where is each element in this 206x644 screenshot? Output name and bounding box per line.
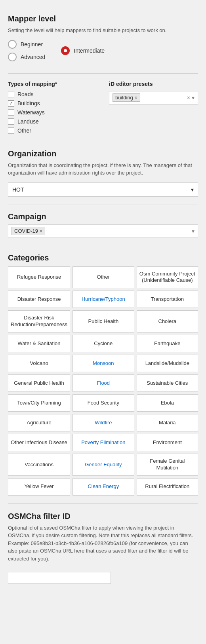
campaign-section: Campaign COVID-19 × ▾ (8, 212, 198, 238)
category-cell[interactable]: Rural Electrification (137, 478, 198, 496)
id-col: iD editor presets building × × ▾ (109, 81, 198, 104)
category-cell[interactable]: Yellow Fever (8, 478, 70, 496)
checkbox-other[interactable]: Other (8, 127, 97, 134)
organization-value: HOT (12, 186, 24, 193)
radio-inner-intermediate (64, 49, 67, 52)
category-cell[interactable]: Female Genital Mutilation (137, 454, 198, 476)
checkbox-box-waterways[interactable] (8, 109, 14, 116)
checkbox-box-roads[interactable] (8, 91, 14, 97)
mapper-level-title: Mapper level (8, 14, 198, 23)
mapper-col-right: Intermediate (61, 46, 105, 55)
divider-3 (8, 205, 198, 205)
category-cell[interactable]: Environment (137, 434, 198, 451)
category-cell[interactable]: Water & Sanitation (8, 335, 70, 352)
campaign-tag-label: COVID-19 (14, 228, 38, 234)
osmcha-input[interactable] (8, 572, 111, 584)
category-cell[interactable]: Wildfire (72, 414, 134, 431)
checkbox-label-other: Other (17, 127, 31, 134)
id-preset-tag-remove[interactable]: × (135, 95, 137, 101)
organization-desc: Organization that is coordinating the pr… (8, 161, 198, 177)
category-cell[interactable]: Landslide/Mudslide (137, 355, 198, 372)
id-preset-tag-label: building (115, 95, 133, 101)
category-cell[interactable]: Vaccinations (8, 454, 70, 476)
checkbox-box-landuse[interactable] (8, 118, 14, 125)
mapping-col: Types of mapping* Roads ✓ Buildings (8, 81, 97, 134)
mapping-options: Roads ✓ Buildings Waterways Land (8, 91, 97, 134)
category-cell[interactable]: Ebola (137, 394, 198, 412)
checkbox-roads[interactable]: Roads (8, 91, 97, 97)
mapper-level-section: Mapper level Setting the level will help… (8, 8, 198, 65)
categories-section: Categories Refugee ResponseOtherOsm Comm… (8, 253, 198, 496)
divider-5 (8, 503, 198, 504)
category-cell[interactable]: Gender Equality (72, 454, 134, 476)
category-cell[interactable]: Hurricane/Typhoon (72, 291, 134, 308)
category-cell[interactable]: Agriculture (8, 414, 70, 431)
category-cell[interactable]: Refugee Response (8, 266, 70, 289)
checkbox-box-other[interactable] (8, 127, 14, 134)
mapper-col-left: Beginner Advanced (8, 40, 45, 61)
page: Mapper level Setting the level will help… (0, 0, 206, 600)
mapper-level-desc: Setting the level will help mappers to f… (8, 27, 198, 34)
checkbox-label-landuse: Landuse (17, 118, 39, 125)
category-cell[interactable]: Other (72, 266, 134, 289)
radio-circle-intermediate[interactable] (61, 46, 70, 55)
campaign-chevron-icon[interactable]: ▾ (192, 228, 195, 234)
id-presets-controls: × ▾ (187, 95, 195, 101)
category-cell[interactable]: Sustainable Cities (137, 374, 198, 392)
id-presets-tags: building × (113, 93, 140, 102)
checkbox-buildings[interactable]: ✓ Buildings (8, 100, 97, 106)
radio-circle-advanced[interactable] (8, 53, 17, 61)
osmcha-section: OSMCha filter ID Optional id of a saved … (8, 512, 198, 584)
divider-2 (8, 142, 198, 142)
checkbox-label-roads: Roads (17, 91, 33, 97)
category-cell[interactable]: Other Infectious Disease (8, 434, 70, 451)
category-cell[interactable]: Malaria (137, 414, 198, 431)
chevron-down-icon[interactable]: ▾ (192, 95, 195, 101)
campaign-tag-remove[interactable]: × (40, 228, 42, 234)
organization-select[interactable]: HOT ▾ (8, 182, 198, 197)
checkbox-landuse[interactable]: Landuse (8, 118, 97, 125)
clear-icon[interactable]: × (187, 95, 190, 101)
organization-title: Organization (8, 149, 198, 158)
divider-1 (8, 73, 198, 74)
mapping-section: Types of mapping* Roads ✓ Buildings (8, 81, 198, 134)
id-presets-input[interactable]: building × × ▾ (109, 91, 198, 104)
id-presets-title: iD editor presets (109, 81, 198, 87)
category-cell[interactable]: Osm Community Project (Unidentifiable Ca… (137, 266, 198, 289)
radio-beginner[interactable]: Beginner (8, 40, 45, 49)
id-preset-tag-building: building × (113, 93, 140, 102)
campaign-controls: ▾ (192, 228, 195, 234)
checkbox-label-waterways: Waterways (17, 109, 45, 116)
osmcha-desc: Optional id of a saved OSMCha filter to … (8, 524, 198, 563)
category-cell[interactable]: Cyclone (72, 335, 134, 352)
categories-title: Categories (8, 253, 198, 262)
category-cell[interactable]: Earthquake (137, 335, 198, 352)
radio-circle-beginner[interactable] (8, 40, 17, 49)
category-cell[interactable]: Food Security (72, 394, 134, 412)
category-cell[interactable]: Disaster Response (8, 291, 70, 308)
checkbox-waterways[interactable]: Waterways (8, 109, 97, 116)
category-cell[interactable]: Public Health (72, 310, 134, 332)
radio-advanced[interactable]: Advanced (8, 53, 45, 61)
organization-chevron-icon[interactable]: ▾ (191, 186, 194, 193)
category-cell[interactable]: Clean Energy (72, 478, 134, 496)
category-cell[interactable]: Cholera (137, 310, 198, 332)
category-cell[interactable]: Monsoon (72, 355, 134, 372)
checkbox-box-buildings[interactable]: ✓ (8, 100, 14, 106)
mapper-level-options: Beginner Advanced Intermediate (8, 40, 198, 61)
category-cell[interactable]: Poverty Elimination (72, 434, 134, 451)
category-cell[interactable]: Transportation (137, 291, 198, 308)
category-cell[interactable]: Town/City Planning (8, 394, 70, 412)
mapping-title: Types of mapping* (8, 81, 97, 87)
campaign-tag-covid: COVID-19 × (11, 227, 45, 235)
category-cell[interactable]: Volcano (8, 355, 70, 372)
campaign-input[interactable]: COVID-19 × ▾ (8, 224, 198, 238)
radio-intermediate[interactable]: Intermediate (61, 46, 105, 55)
category-cell[interactable]: Flood (72, 374, 134, 392)
organization-section: Organization Organization that is coordi… (8, 149, 198, 197)
category-cell[interactable]: General Public Health (8, 374, 70, 392)
checkmark-buildings: ✓ (9, 101, 13, 106)
categories-grid: Refugee ResponseOtherOsm Community Proje… (8, 266, 198, 496)
category-cell[interactable]: Disaster Risk Reduction/Preparedness (8, 310, 70, 332)
radio-label-intermediate: Intermediate (74, 47, 105, 54)
